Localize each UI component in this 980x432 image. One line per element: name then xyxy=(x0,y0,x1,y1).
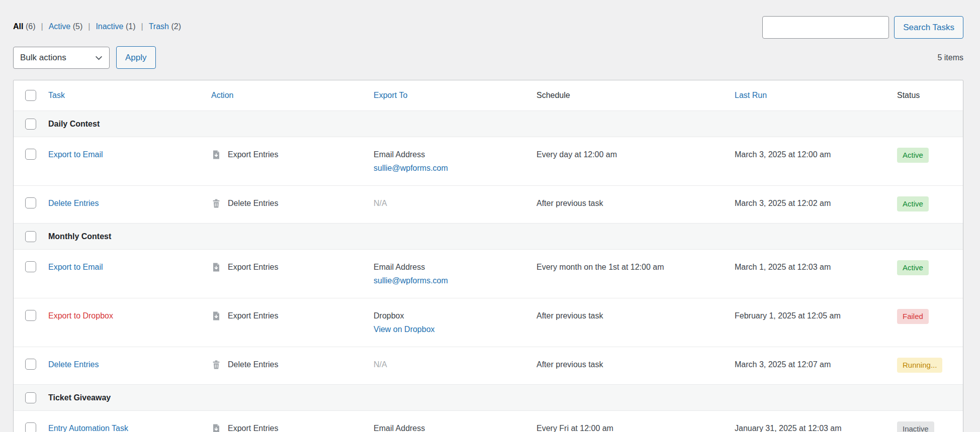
status-badge: Running... xyxy=(897,358,942,373)
last-run-text: March 3, 2025 at 12:07 am xyxy=(735,358,897,371)
search-area: Search Tasks xyxy=(762,16,963,39)
bulk-actions-select[interactable]: Bulk actions xyxy=(13,47,110,69)
column-header-task[interactable]: Task xyxy=(48,91,65,99)
task-name-link[interactable]: Export to Email xyxy=(48,263,103,271)
group-checkbox[interactable] xyxy=(25,231,36,242)
schedule-text: Every Fri at 12:00 am xyxy=(537,421,735,432)
group-row-daily-contest: Daily Contest xyxy=(14,111,963,137)
last-run-text: March 1, 2025 at 12:03 am xyxy=(735,260,897,274)
group-title: Ticket Giveaway xyxy=(48,393,963,402)
status-badge: Active xyxy=(897,260,929,275)
export-destination-link[interactable]: sullie@wpforms.com xyxy=(374,164,448,172)
table-row: Export to Email Export Entries Email Add… xyxy=(14,137,963,185)
filter-trash-count: (2) xyxy=(171,22,181,31)
status-badge: Active xyxy=(897,196,929,211)
filter-all-label: All xyxy=(13,22,23,31)
table-header-row: Task Action Export To Schedule Last Run … xyxy=(14,80,963,111)
group-checkbox[interactable] xyxy=(25,392,36,403)
status-filter-links: All (6) | Active (5) | Inactive (1) | Tr… xyxy=(13,16,181,31)
export-destination-link[interactable]: sullie@wpforms.com xyxy=(374,276,448,285)
task-name-link[interactable]: Export to Dropbox xyxy=(48,311,113,320)
action-label: Delete Entries xyxy=(228,358,279,371)
select-all-checkbox[interactable] xyxy=(25,90,36,101)
export-destination: N/A xyxy=(374,196,537,210)
filter-inactive[interactable]: Inactive (1) xyxy=(96,22,135,31)
filter-all-count: (6) xyxy=(26,22,36,31)
filter-active-label: Active xyxy=(49,22,71,31)
export-destination: Email Address xyxy=(374,260,537,274)
filter-inactive-count: (1) xyxy=(126,22,136,31)
tasks-table: Task Action Export To Schedule Last Run … xyxy=(13,80,963,432)
schedule-text: After previous task xyxy=(537,309,735,322)
column-header-export-to[interactable]: Export To xyxy=(374,91,407,99)
filter-separator: | xyxy=(141,22,143,31)
column-header-schedule: Schedule xyxy=(537,91,570,99)
action-label: Export Entries xyxy=(228,421,278,432)
task-name-link[interactable]: Delete Entries xyxy=(48,360,99,369)
trash-icon xyxy=(211,360,221,374)
filter-separator: | xyxy=(41,22,43,31)
export-destination: Email Address xyxy=(374,148,537,161)
row-checkbox[interactable] xyxy=(25,359,36,370)
group-row-monthly-contest: Monthly Contest xyxy=(14,223,963,249)
file-download-icon xyxy=(211,150,221,164)
row-checkbox[interactable] xyxy=(25,422,36,432)
filter-trash-label: Trash xyxy=(149,22,169,31)
filter-inactive-label: Inactive xyxy=(96,22,123,31)
apply-button[interactable]: Apply xyxy=(116,46,156,69)
filter-separator: | xyxy=(88,22,90,31)
row-checkbox[interactable] xyxy=(25,197,36,208)
row-checkbox[interactable] xyxy=(25,310,36,321)
action-label: Export Entries xyxy=(228,148,278,161)
last-run-text: January 31, 2025 at 12:03 am xyxy=(735,421,897,432)
task-name-link[interactable]: Export to Email xyxy=(48,150,103,159)
status-badge: Inactive xyxy=(897,421,934,432)
trash-icon xyxy=(211,198,221,212)
group-title: Daily Contest xyxy=(48,120,963,129)
last-run-text: March 3, 2025 at 12:00 am xyxy=(735,148,897,161)
last-run-text: February 1, 2025 at 12:05 am xyxy=(735,309,897,322)
action-label: Export Entries xyxy=(228,309,278,322)
table-row: Delete Entries Delete Entries N/A After … xyxy=(14,347,963,384)
filter-active[interactable]: Active (5) xyxy=(49,22,83,31)
action-label: Delete Entries xyxy=(228,196,279,210)
file-download-icon xyxy=(211,311,221,325)
search-input[interactable] xyxy=(762,16,889,39)
filter-active-count: (5) xyxy=(73,22,83,31)
file-download-icon xyxy=(211,262,221,276)
task-name-link[interactable]: Entry Automation Task xyxy=(48,424,128,432)
last-run-text: March 3, 2025 at 12:02 am xyxy=(735,196,897,210)
export-destination: Dropbox xyxy=(374,309,537,322)
column-header-status: Status xyxy=(897,91,920,99)
export-destination: Email Address xyxy=(374,421,537,432)
search-tasks-button[interactable]: Search Tasks xyxy=(894,16,963,39)
table-row: Delete Entries Delete Entries N/A After … xyxy=(14,185,963,223)
items-count: 5 items xyxy=(937,53,963,62)
schedule-text: Every month on the 1st at 12:00 am xyxy=(537,260,735,274)
filter-trash[interactable]: Trash (2) xyxy=(149,22,181,31)
column-header-last-run[interactable]: Last Run xyxy=(735,91,767,99)
schedule-text: After previous task xyxy=(537,358,735,371)
task-name-link[interactable]: Delete Entries xyxy=(48,199,99,207)
status-badge: Active xyxy=(897,148,929,163)
top-bar: All (6) | Active (5) | Inactive (1) | Tr… xyxy=(13,16,963,39)
bulk-actions-group: Bulk actions Apply xyxy=(13,46,156,69)
table-row: Export to Email Export Entries Email Add… xyxy=(14,249,963,298)
group-row-ticket-giveaway: Ticket Giveaway xyxy=(14,384,963,410)
export-destination: N/A xyxy=(374,358,537,371)
action-label: Export Entries xyxy=(228,260,278,274)
status-badge: Failed xyxy=(897,309,929,324)
row-checkbox[interactable] xyxy=(25,261,36,272)
schedule-text: After previous task xyxy=(537,196,735,210)
column-header-action[interactable]: Action xyxy=(211,91,233,99)
filter-all[interactable]: All (6) xyxy=(13,22,35,31)
controls-bar: Bulk actions Apply 5 items xyxy=(13,46,963,69)
group-title: Monthly Contest xyxy=(48,232,963,241)
table-row: Entry Automation Task Export Entries Ema… xyxy=(14,410,963,432)
view-on-dropbox-link[interactable]: View on Dropbox xyxy=(374,325,435,334)
group-checkbox[interactable] xyxy=(25,119,36,130)
schedule-text: Every day at 12:00 am xyxy=(537,148,735,161)
file-download-icon xyxy=(211,423,221,432)
table-row: Export to Dropbox Export Entries Dropbox… xyxy=(14,298,963,347)
row-checkbox[interactable] xyxy=(25,149,36,160)
